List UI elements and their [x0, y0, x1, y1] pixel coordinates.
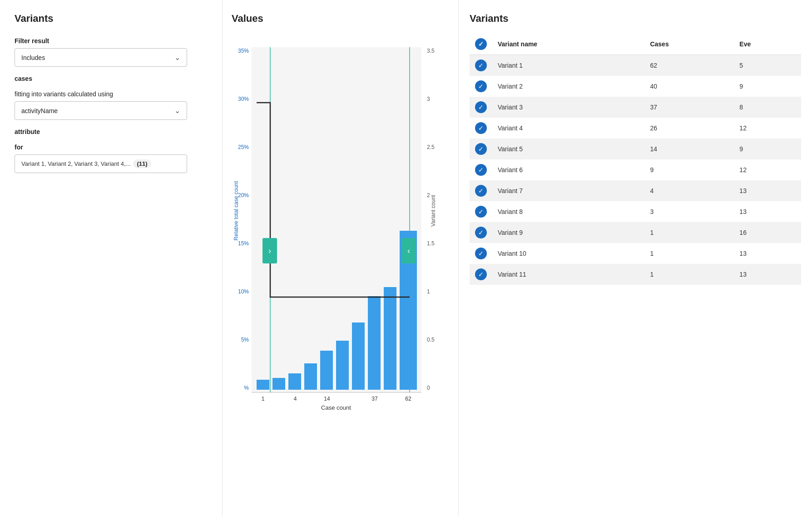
- filter-result-value: Includes: [21, 54, 45, 61]
- bar-4: [304, 363, 317, 390]
- table-row: ✓Variant 6912: [470, 159, 801, 180]
- row-check-cell[interactable]: ✓: [470, 55, 492, 76]
- svg-text:15%: 15%: [238, 240, 249, 247]
- row-variant-name: Variant 11: [492, 264, 644, 285]
- check-circle-icon[interactable]: ✓: [475, 206, 487, 218]
- row-eve: 13: [734, 180, 801, 201]
- bar-7: [352, 322, 365, 390]
- check-circle-icon[interactable]: ✓: [475, 60, 487, 71]
- row-eve: 9: [734, 139, 801, 159]
- check-circle-icon[interactable]: ✓: [475, 80, 487, 92]
- table-row: ✓Variant 11113: [470, 264, 801, 285]
- row-eve: 13: [734, 264, 801, 285]
- row-check-cell[interactable]: ✓: [470, 76, 492, 97]
- row-variant-name: Variant 1: [492, 55, 644, 76]
- svg-text:25%: 25%: [238, 144, 249, 150]
- table-row: ✓Variant 3378: [470, 97, 801, 118]
- row-check-cell[interactable]: ✓: [470, 243, 492, 264]
- row-eve: 13: [734, 243, 801, 264]
- check-circle-icon[interactable]: ✓: [475, 268, 487, 280]
- left-panel-title: Variants: [15, 13, 208, 25]
- svg-text:3.5: 3.5: [427, 48, 435, 54]
- row-variant-name: Variant 5: [492, 139, 644, 159]
- row-check-cell[interactable]: ✓: [470, 180, 492, 201]
- row-check-cell[interactable]: ✓: [470, 139, 492, 159]
- table-row: ✓Variant 10113: [470, 243, 801, 264]
- bar-9: [384, 287, 396, 390]
- chevron-down-icon: ⌄: [174, 106, 180, 115]
- row-eve: 12: [734, 159, 801, 180]
- row-check-cell[interactable]: ✓: [470, 118, 492, 139]
- filter-result-dropdown[interactable]: Includes ⌄: [15, 48, 187, 67]
- bar-3: [288, 373, 301, 390]
- row-check-cell[interactable]: ✓: [470, 264, 492, 285]
- row-variant-name: Variant 8: [492, 201, 644, 222]
- check-circle-icon[interactable]: ✓: [475, 185, 487, 197]
- row-cases: 26: [644, 118, 734, 139]
- fitting-label: fitting into variants calculated using: [15, 90, 208, 98]
- table-header-row: ✓ Variant name Cases Eve: [470, 34, 801, 55]
- table-row: ✓Variant 1625: [470, 55, 801, 76]
- row-cases: 40: [644, 76, 734, 97]
- header-check-circle[interactable]: ✓: [475, 38, 487, 50]
- row-cases: 62: [644, 55, 734, 76]
- row-cases: 4: [644, 180, 734, 201]
- svg-text:10%: 10%: [238, 288, 249, 295]
- right-panel-title: Variants: [470, 13, 801, 25]
- row-cases: 1: [644, 222, 734, 243]
- row-check-cell[interactable]: ✓: [470, 222, 492, 243]
- fitting-section: fitting into variants calculated using a…: [15, 90, 208, 120]
- check-circle-icon[interactable]: ✓: [475, 248, 487, 259]
- filter-result-label: Filter result: [15, 37, 208, 45]
- check-circle-icon[interactable]: ✓: [475, 164, 487, 176]
- bar-6: [336, 341, 349, 390]
- row-variant-name: Variant 2: [492, 76, 644, 97]
- chart-area: Relative total case count Variant count …: [232, 34, 449, 420]
- col-cases: Cases: [644, 34, 734, 55]
- for-value: Variant 1, Variant 2, Variant 3, Variant…: [21, 160, 130, 167]
- check-circle-icon[interactable]: ✓: [475, 101, 487, 113]
- row-variant-name: Variant 7: [492, 180, 644, 201]
- row-variant-name: Variant 3: [492, 97, 644, 118]
- row-eve: 13: [734, 201, 801, 222]
- svg-text:2: 2: [427, 192, 430, 198]
- check-circle-icon[interactable]: ✓: [475, 227, 487, 238]
- right-panel: Variants ✓ Variant name Cases Eve ✓Varia…: [459, 0, 812, 516]
- table-row: ✓Variant 9116: [470, 222, 801, 243]
- svg-text:%: %: [244, 385, 249, 391]
- check-circle-icon[interactable]: ✓: [475, 122, 487, 134]
- col-check: ✓: [470, 34, 492, 55]
- for-section: for Variant 1, Variant 2, Variant 3, Var…: [15, 144, 208, 173]
- row-eve: 12: [734, 118, 801, 139]
- svg-text:35%: 35%: [238, 48, 249, 54]
- row-variant-name: Variant 6: [492, 159, 644, 180]
- y-axis-left-label: Relative total case count: [233, 181, 239, 240]
- svg-text:3: 3: [427, 96, 430, 102]
- svg-text:1: 1: [427, 288, 430, 295]
- for-field: Variant 1, Variant 2, Variant 3, Variant…: [15, 154, 187, 173]
- svg-text:20%: 20%: [238, 192, 249, 198]
- for-label: for: [15, 144, 208, 151]
- check-circle-icon[interactable]: ✓: [475, 143, 487, 155]
- row-eve: 16: [734, 222, 801, 243]
- chart-title: Values: [232, 13, 449, 25]
- x-tick-62: 62: [405, 396, 411, 402]
- svg-text:30%: 30%: [238, 96, 249, 102]
- col-variant-name: Variant name: [492, 34, 644, 55]
- table-row: ✓Variant 8313: [470, 201, 801, 222]
- bar-8: [368, 296, 381, 390]
- row-cases: 14: [644, 139, 734, 159]
- x-tick-37: 37: [371, 396, 378, 402]
- row-variant-name: Variant 10: [492, 243, 644, 264]
- activity-dropdown[interactable]: activityName ⌄: [15, 101, 187, 120]
- table-row: ✓Variant 42612: [470, 118, 801, 139]
- row-check-cell[interactable]: ✓: [470, 159, 492, 180]
- row-check-cell[interactable]: ✓: [470, 201, 492, 222]
- svg-text:0: 0: [427, 385, 430, 391]
- filter-result-section: Filter result Includes ⌄: [15, 37, 208, 67]
- row-cases: 9: [644, 159, 734, 180]
- col-eve: Eve: [734, 34, 801, 55]
- row-check-cell[interactable]: ✓: [470, 97, 492, 118]
- y-axis-right-label: Variant count: [430, 194, 436, 226]
- row-eve: 9: [734, 76, 801, 97]
